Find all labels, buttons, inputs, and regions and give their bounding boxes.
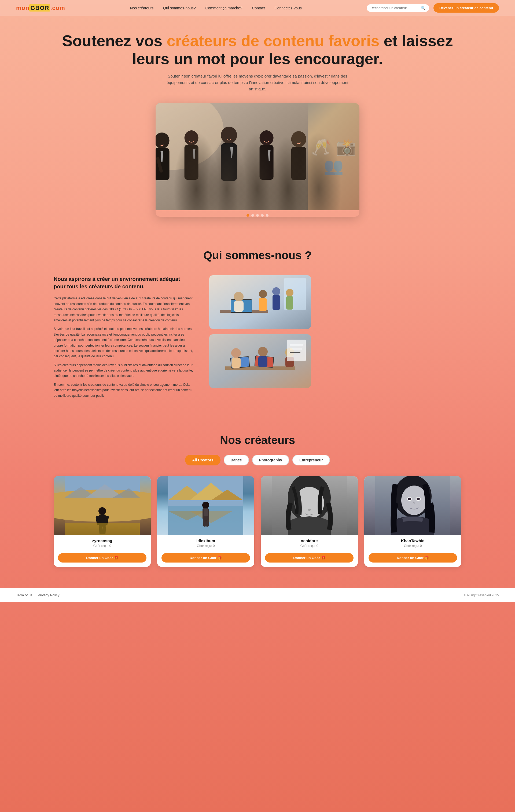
- creator-info-1: zyrocosog Gbôr reçu: 0: [54, 535, 151, 553]
- svg-rect-42: [287, 340, 306, 361]
- creators-grid: zyrocosog Gbôr reçu: 0 Donner un Gbôr 🎁: [54, 476, 461, 567]
- creator-info-2: idlexibum Gbôr reçu: 0: [157, 535, 254, 553]
- creator-card-3: oenidore Gbôr reçu: 0 Donner un Gbôr 🎁: [261, 476, 358, 567]
- svg-point-83: [408, 498, 411, 500]
- footer-privacy[interactable]: Privacy Policy: [38, 593, 60, 597]
- filter-entrepreneur[interactable]: Entrepreneur: [292, 455, 330, 465]
- logo-dotcom: .com: [50, 5, 65, 11]
- who-heading: Nous aspirons à créer un environnement a…: [54, 275, 193, 290]
- office-image-1: [209, 275, 311, 329]
- carousel-dot-3[interactable]: [256, 214, 259, 217]
- who-text: Nous aspirons à créer un environnement a…: [54, 275, 193, 402]
- search-icon: 🔍: [421, 6, 425, 10]
- search-input[interactable]: [370, 6, 419, 10]
- carousel-dot-1[interactable]: [247, 214, 249, 217]
- svg-point-9: [260, 130, 274, 145]
- creator-img-2: [157, 476, 254, 535]
- svg-marker-15: [230, 147, 233, 158]
- hero-photo-svg: [155, 103, 308, 210]
- nav-about[interactable]: Qui sommes-nous?: [163, 6, 196, 10]
- creator-card-2: idlexibum Gbôr reçu: 0 Donner un Gbôr 🎁: [157, 476, 254, 567]
- who-p1: Cette plateforme a été créée dans le but…: [54, 296, 193, 323]
- nav-contact[interactable]: Contact: [252, 6, 265, 10]
- creator-card-1: zyrocosog Gbôr reçu: 0 Donner un Gbôr 🎁: [54, 476, 151, 567]
- creator-photo-3: [261, 476, 358, 535]
- svg-point-85: [417, 498, 420, 500]
- svg-point-36: [231, 348, 241, 358]
- who-title: Qui sommes-nous ?: [54, 249, 461, 262]
- filter-all[interactable]: All Creators: [185, 455, 220, 465]
- svg-point-2: [155, 133, 170, 149]
- svg-rect-39: [258, 356, 267, 367]
- svg-rect-12: [291, 147, 306, 180]
- svg-point-7: [221, 126, 237, 144]
- creator-photo-1: [54, 476, 151, 535]
- nav-login[interactable]: Connectez-vous: [275, 6, 302, 10]
- svg-rect-25: [259, 298, 267, 311]
- svg-rect-27: [273, 295, 280, 310]
- svg-rect-29: [286, 296, 293, 310]
- svg-point-77: [308, 509, 311, 511]
- svg-point-67: [202, 502, 209, 509]
- who-section: Qui sommes-nous ? Nous aspirons à créer …: [0, 228, 515, 418]
- svg-point-38: [258, 347, 268, 356]
- creators-title: Nos créateurs: [54, 434, 461, 447]
- hero-headline-part1: Soutenez vos: [62, 32, 167, 49]
- creator-gbor-3: Gbôr reçu: 0: [265, 544, 353, 548]
- carousel-dots: [155, 214, 360, 217]
- svg-point-28: [286, 289, 293, 296]
- svg-rect-8: [221, 143, 237, 181]
- svg-point-52: [98, 507, 106, 515]
- footer-terms[interactable]: Term of us: [16, 593, 32, 597]
- svg-marker-14: [193, 149, 196, 160]
- main-nav: Nos créateurs Qui sommes-nous? Comment ç…: [130, 6, 302, 10]
- who-images: [209, 275, 461, 388]
- nav-creators[interactable]: Nos créateurs: [130, 6, 153, 10]
- svg-rect-37: [231, 357, 240, 368]
- hero-image-container: [155, 103, 360, 217]
- give-gbor-button-4[interactable]: Donner un Gbôr 🎁: [369, 553, 457, 562]
- svg-rect-23: [234, 301, 244, 312]
- become-creator-button[interactable]: Devenez un créateur de contenu: [433, 3, 499, 12]
- svg-rect-0: [155, 103, 308, 210]
- give-gbor-button-1[interactable]: Donner un Gbôr 🎁: [58, 553, 146, 562]
- filter-dance[interactable]: Dance: [224, 455, 249, 465]
- carousel-dot-4[interactable]: [261, 214, 264, 217]
- carousel-dot-2[interactable]: [251, 214, 254, 217]
- creator-info-4: KhanTawhid Gbôr reçu: 0: [364, 535, 461, 553]
- carousel-dot-5[interactable]: [266, 214, 268, 217]
- footer-copyright: © All right reserved 2025: [463, 593, 499, 597]
- hero-image: [155, 103, 360, 210]
- creator-card-4: KhanTawhid Gbôr reçu: 0 Donner un Gbôr 🎁: [364, 476, 461, 567]
- svg-point-81: [401, 486, 427, 515]
- give-gbor-button-3[interactable]: Donner un Gbôr 🎁: [265, 553, 353, 562]
- hero-headline: Soutenez vos créateurs de contenu favori…: [54, 32, 461, 67]
- creators-section: Nos créateurs All Creators Dance Photogr…: [0, 418, 515, 588]
- who-p4: En somme, soutenir les créateurs de cont…: [54, 382, 193, 398]
- svg-rect-4: [156, 157, 163, 173]
- hero-subtitle: Soutenir son créateur favori lui offre l…: [164, 73, 351, 92]
- svg-point-1: [155, 103, 224, 170]
- svg-point-11: [291, 131, 306, 147]
- logo-mon: mon: [16, 5, 29, 11]
- svg-rect-3: [155, 148, 170, 180]
- search-box: 🔍: [367, 4, 429, 12]
- svg-point-24: [259, 290, 267, 298]
- creator-name-3: oenidore: [265, 539, 353, 543]
- creator-photo-4: [364, 476, 461, 535]
- svg-rect-10: [260, 145, 274, 180]
- who-p2: Savoir que leur travail est apprécié et …: [54, 326, 193, 359]
- svg-marker-16: [268, 150, 270, 161]
- svg-point-26: [272, 287, 280, 295]
- hero-section: Soutenez vos créateurs de contenu favori…: [0, 16, 515, 228]
- creator-img-4: [364, 476, 461, 535]
- give-gbor-button-2[interactable]: Donner un Gbôr 🎁: [162, 553, 250, 562]
- office-image-2: [209, 334, 311, 388]
- nav-how[interactable]: Comment ça marche?: [205, 6, 242, 10]
- svg-point-5: [184, 130, 199, 145]
- header-right: 🔍 Devenez un créateur de contenu: [367, 3, 499, 12]
- creator-gbor-1: Gbôr reçu: 0: [58, 544, 146, 548]
- svg-rect-58: [65, 523, 140, 535]
- filter-photography[interactable]: Photography: [252, 455, 289, 465]
- creator-name-4: KhanTawhid: [369, 539, 457, 543]
